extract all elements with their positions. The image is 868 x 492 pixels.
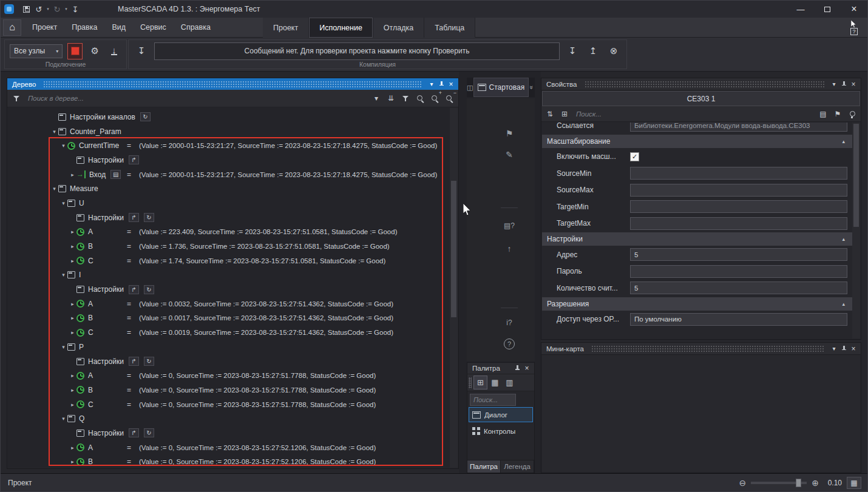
undo-button[interactable]: ↺ [33,3,45,15]
redo-dropdown-caret-icon[interactable]: ▾ [64,7,69,12]
extra-branch-icon[interactable]: ↱ [129,285,139,294]
zoom-out-button[interactable]: − [442,92,456,105]
property-row[interactable]: TargetMin [542,198,852,215]
tree-row[interactable]: Настройки↱↻ [8,354,458,369]
close-icon[interactable]: × [849,344,858,354]
pin-icon[interactable] [436,79,446,89]
context-help-button[interactable]: ? [846,19,863,36]
property-field-target-min[interactable] [630,200,847,213]
menu-item-view[interactable]: Вид [104,18,133,37]
collapse-arrow-icon[interactable]: ▸ [69,172,76,178]
extra-sync-icon[interactable]: ↻ [140,112,151,121]
collapse-arrow-icon[interactable]: ▸ [69,329,76,335]
edit-note-icon[interactable]: ✎ [502,150,517,160]
properties-header[interactable]: Свойства ▾ × [541,78,861,90]
drag-handle[interactable] [43,81,422,87]
dock-icon[interactable]: ◫ [467,78,473,97]
property-row[interactable]: TargetMax [542,215,852,232]
palette-search-input[interactable]: Поиск... [470,394,516,406]
navigate-up-icon[interactable]: ↑ [502,244,517,254]
property-field-source-min[interactable] [630,167,847,180]
flag-button[interactable]: ⚑ [831,107,844,121]
palette-header[interactable]: Палитра × [467,363,534,374]
nodes-select[interactable]: Все узлы ▾ [10,44,63,58]
extra-sync-icon[interactable]: ↻ [144,285,154,294]
expand-arrow-icon[interactable]: ▾ [59,344,67,350]
panel-menu-icon[interactable]: ▾ [427,79,436,89]
menu-item-project[interactable]: Проект [25,18,64,37]
property-field-read-count[interactable]: 5 [630,281,847,294]
property-row[interactable]: Адрес5 [542,246,852,263]
menu-item-service[interactable]: Сервис [133,18,174,37]
palette-item-controls[interactable]: Контролы [469,423,533,439]
panel-menu-icon[interactable]: ▾ [829,79,839,89]
tree-row[interactable]: ▸A=(Value := 0, SourceTime := 2023-08-23… [8,440,458,455]
close-icon[interactable]: × [446,79,456,89]
group-button[interactable]: ⊞ [558,107,571,121]
collapse-caret-icon[interactable]: ▴ [842,138,845,144]
expand-arrow-icon[interactable]: ▾ [50,186,58,192]
property-row[interactable]: Количество счит...5 [542,280,852,297]
tree-row[interactable]: ▸A=(Value := 0, SourceTime := 2023-08-23… [8,368,458,383]
collapse-caret-icon[interactable]: ▴ [842,301,845,307]
tree-row[interactable]: ▾U [8,196,458,211]
info-icon[interactable]: i? [502,318,517,327]
expand-arrow-icon[interactable]: ▾ [59,416,67,422]
collapse-arrow-icon[interactable]: ▸ [69,402,76,408]
tree-row[interactable]: ▸A=(Value := 223.409, SourceTime := 2023… [8,225,458,240]
read-from-device-button[interactable]: ↥ [585,43,601,59]
tree-row[interactable]: ▾Measure [8,181,458,196]
fit-view-button[interactable]: ▦ [847,477,861,489]
filter-button[interactable] [399,92,412,105]
extra-sync-icon[interactable]: ↻ [144,357,154,366]
settings-check-button[interactable]: ⚙ [87,43,102,59]
tree-row[interactable]: ▸C=(Value := 0, SourceTime := 2023-08-23… [8,397,458,412]
panel-menu-icon[interactable]: ▾ [829,344,839,354]
import-button[interactable]: ↧ [69,3,81,15]
tree-row[interactable]: ▾I [8,268,458,283]
disconnect-button[interactable]: ⊗ [606,43,622,59]
property-row[interactable]: Доступ через OP...По умолчанию [542,311,852,328]
events-icon[interactable]: ⚑ [502,129,517,138]
expand-arrow-icon[interactable]: ▾ [50,129,58,135]
tree-row[interactable]: ▸C=(Value := 1.74, SourceTime := 2023-08… [8,254,458,268]
hints-button[interactable] [846,107,859,121]
tree-row[interactable]: ▸→Вход▤=(Value := 2000-01-15-23:21:27, S… [8,167,458,182]
properties-search-input[interactable]: Поиск... [572,110,815,118]
pin-icon[interactable] [839,79,849,89]
view-grid-button[interactable]: ⊞ [473,376,487,389]
property-field-source-max[interactable] [630,184,847,197]
collapse-all-button[interactable]: ⇊ [384,92,398,105]
tab-start-page[interactable]: Стартовая [473,78,529,97]
collapse-arrow-icon[interactable]: ▸ [69,258,76,264]
close-button[interactable]: × [841,1,867,18]
zoom-slider-thumb[interactable] [796,479,801,487]
zoom-in-icon[interactable]: ⊕ [812,479,819,487]
download-project-button[interactable]: ↓ [107,43,121,59]
tree-search-input[interactable]: Поиск в дереве... [24,95,368,102]
expand-arrow-icon[interactable]: ▾ [59,272,67,278]
property-field-opc-access[interactable]: По умолчанию [630,313,847,326]
collapse-arrow-icon[interactable]: ▸ [69,301,76,307]
tree-row[interactable]: ▸B=(Value := 0, SourceTime := 2023-08-23… [8,383,458,397]
minimize-button[interactable]: — [787,1,814,18]
palette-tab-palette[interactable]: Палитра [467,460,501,473]
palette-tab-legend[interactable]: Легенда [501,460,534,473]
tree-row[interactable]: Настройки↱↻ [8,282,458,297]
extra-branch-icon[interactable]: ↱ [129,428,139,437]
sort-button[interactable]: ⇅ [543,107,557,121]
compile-button[interactable]: ↧ [134,43,149,59]
property-row[interactable]: SourceMax [542,182,852,199]
grip-handle[interactable] [469,377,472,388]
tree-row[interactable]: Настройки↱↻ [8,211,458,225]
load-to-device-button[interactable]: ↧ [565,43,580,59]
extra-branch-icon[interactable]: ↱ [129,357,139,366]
close-icon[interactable]: × [522,363,532,373]
property-row[interactable]: СсылаетсяБиблиотеки.Energomera.Модули вв… [542,123,852,134]
pin-icon[interactable] [839,344,849,354]
section-header-permissions[interactable]: Разрешения▴ [542,297,852,311]
view-columns-button[interactable]: ▥ [503,376,517,389]
doc-help-icon[interactable]: ▤? [502,221,517,230]
zoom-out-icon[interactable]: ⊖ [739,479,747,487]
minimap-header[interactable]: Мини-карта ▾ × [541,343,861,355]
